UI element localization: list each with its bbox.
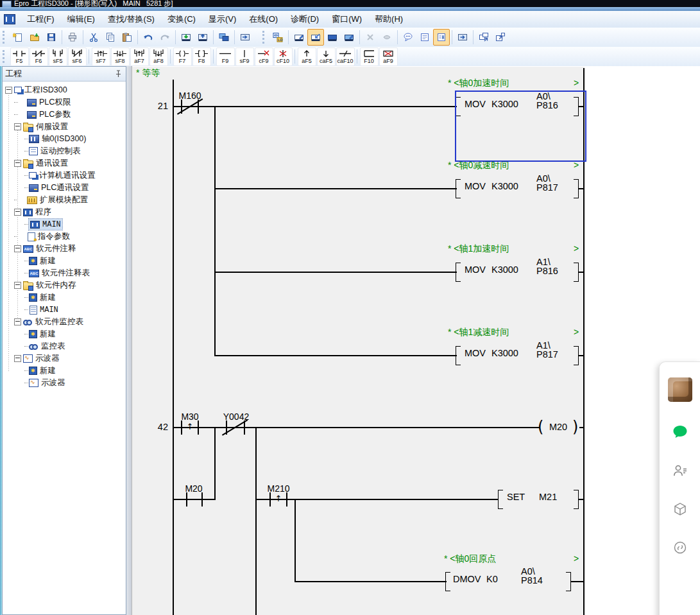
tree-item-device-watch-tables[interactable]: 软元件监控表: [3, 316, 126, 328]
ladder-tool-application-instruction[interactable]: F8: [192, 48, 211, 66]
ladder-tool-closed-contact[interactable]: F6: [30, 48, 48, 66]
tree-item-new-comment[interactable]: 新建: [3, 255, 126, 267]
instruction-dest[interactable]: P816: [536, 267, 558, 275]
copy-button[interactable]: [102, 29, 119, 46]
new-project-button[interactable]: [10, 29, 26, 46]
program-write-button[interactable]: [291, 29, 307, 46]
monitor-write-button[interactable]: [341, 29, 357, 46]
transfer-setup-button[interactable]: [237, 29, 253, 46]
instruction-source[interactable]: K3000: [491, 182, 518, 191]
ladder-tool-horizontal-line[interactable]: F9: [216, 48, 235, 66]
rung-comment[interactable]: * <轴0回原点: [444, 554, 496, 564]
instruction-opcode[interactable]: DMOV: [453, 575, 481, 584]
tree-item-servo-settings[interactable]: 伺服设置: [3, 121, 126, 133]
tree-item-comm-settings[interactable]: 通讯设置: [3, 157, 126, 169]
instruction-dest[interactable]: P817: [536, 351, 558, 359]
connector-button-2[interactable]: [379, 29, 395, 46]
tree-item-plc-comm-settings[interactable]: PLC通讯设置: [3, 182, 126, 194]
ladder-header-comment[interactable]: * 等等: [136, 68, 160, 78]
menu-edit[interactable]: 编辑(E): [61, 11, 101, 28]
monitor-mode-button[interactable]: [216, 29, 232, 46]
tree-item-program[interactable]: 程序: [3, 206, 126, 218]
link-icon[interactable]: [672, 539, 688, 556]
tree-item-device-comment-table[interactable]: ABC软元件注释表: [3, 267, 126, 279]
redo-button[interactable]: [157, 29, 173, 46]
instruction-dest[interactable]: P814: [521, 576, 543, 585]
contact-label[interactable]: Y0042: [217, 412, 255, 421]
ladder-tool-arrow-up[interactable]: aF5: [298, 48, 316, 66]
tree-item-main-program[interactable]: MAIN: [3, 218, 126, 230]
tree-expander[interactable]: [5, 87, 12, 94]
rung-comment[interactable]: * <轴0加速时间: [448, 78, 509, 88]
contact-label[interactable]: M210: [259, 484, 298, 493]
monitor-start-button[interactable]: [324, 29, 341, 46]
open-project-button[interactable]: [26, 29, 43, 46]
ladder-tool-delete-horizontal-line[interactable]: cF9: [255, 48, 273, 66]
save-project-button[interactable]: [43, 29, 60, 46]
tree-item-extension-module-config[interactable]: 扩展模块配置: [3, 194, 126, 206]
ld-navigator-button[interactable]: LD: [269, 29, 286, 46]
tree-item-oscilloscope[interactable]: 示波器: [3, 352, 126, 365]
ladder-tool-insert-rung[interactable]: F10: [360, 48, 379, 66]
menu-help[interactable]: 帮助(H): [368, 11, 409, 28]
instruction-opcode[interactable]: MOV: [465, 349, 486, 358]
tree-expander[interactable]: [14, 160, 21, 167]
selection-rectangle[interactable]: [455, 91, 586, 162]
contacts-icon[interactable]: [672, 462, 688, 479]
ladder-tool-delete-vertical-line[interactable]: cF10: [274, 48, 293, 66]
menu-window[interactable]: 窗口(W): [325, 11, 368, 28]
tree-item-device-comment[interactable]: ABC软元件注释: [3, 243, 126, 255]
instruction-source[interactable]: K3000: [491, 349, 518, 358]
ladder-tool-or-rising-pulse[interactable]: aF7: [130, 48, 149, 66]
tree-item-watch-table[interactable]: 监控表: [3, 340, 126, 352]
instruction-source[interactable]: K3000: [491, 266, 518, 274]
tree-item-project-root[interactable]: 工程ISD300: [3, 84, 126, 96]
tree-item-new-scope[interactable]: 新建: [3, 365, 126, 377]
ladder-tool-falling-pulse[interactable]: sF8: [111, 48, 130, 66]
instruction-opcode[interactable]: MOV: [465, 182, 486, 191]
connector-button-1[interactable]: [362, 29, 379, 46]
tree-expander[interactable]: [14, 123, 21, 130]
ladder-tool-open-contact[interactable]: F5: [10, 48, 29, 66]
menu-find-replace[interactable]: 查找/替换(S): [101, 11, 161, 28]
window-cascade-button[interactable]: [475, 29, 492, 46]
menu-view[interactable]: 显示(V): [202, 11, 243, 28]
ladder-editor[interactable]: * 等等 21 M160 * <轴0加速时间 > MOV K3000 A0\ P…: [132, 67, 585, 615]
chat-bubble-icon[interactable]: [672, 424, 688, 440]
ladder-tool-arrow-down[interactable]: caF5: [317, 48, 336, 66]
tree-item-pc-comm-settings[interactable]: 计算机通讯设置: [3, 169, 126, 182]
menu-online[interactable]: 在线(O): [243, 11, 284, 28]
tree-item-new-watch[interactable]: 新建: [3, 328, 126, 340]
device-comment-button[interactable]: [400, 29, 416, 46]
ladder-tool-or-open-contact[interactable]: sF5: [49, 48, 67, 66]
read-from-plc-button[interactable]: [194, 29, 211, 46]
tree-expander[interactable]: [14, 282, 21, 289]
rung-comment[interactable]: * <轴1加速时间: [448, 244, 509, 254]
tree-expander[interactable]: [14, 245, 21, 252]
statement-button[interactable]: [416, 29, 433, 46]
contact-label[interactable]: M20: [176, 484, 212, 493]
tree-item-scope[interactable]: 示波器: [3, 377, 126, 389]
ladder-tool-or-falling-pulse[interactable]: aF8: [149, 48, 168, 66]
tree-item-memory-main[interactable]: MAIN: [3, 304, 126, 316]
device-memory-button[interactable]: [454, 29, 471, 46]
window-new-button[interactable]: [492, 29, 509, 46]
tree-item-plc-rights[interactable]: PLC权限: [3, 96, 126, 108]
contact-label[interactable]: M30: [172, 412, 208, 421]
ladder-tool-delete-rung[interactable]: aF9: [379, 48, 398, 66]
ladder-tool-vertical-line[interactable]: sF9: [235, 48, 254, 66]
tree-expander[interactable]: [14, 355, 21, 362]
tree-item-new-memory[interactable]: 新建: [3, 291, 126, 304]
instruction-dest[interactable]: M21: [539, 493, 557, 501]
instruction-source[interactable]: K0: [486, 575, 498, 584]
tree-item-instruction-parameters[interactable]: 指令参数: [3, 230, 126, 243]
toolbar-grip[interactable]: [262, 31, 266, 44]
tree-item-plc-parameters[interactable]: PLC参数: [3, 108, 126, 121]
ladder-tool-coil[interactable]: F7: [173, 48, 192, 66]
ladder-tool-or-closed-contact[interactable]: sF6: [68, 48, 87, 66]
menu-project[interactable]: 工程(F): [21, 11, 61, 28]
instruction-opcode[interactable]: MOV: [465, 266, 486, 274]
toolbar-grip[interactable]: [3, 50, 6, 63]
mdi-child-icon[interactable]: [4, 14, 15, 24]
undo-button[interactable]: [140, 29, 157, 46]
